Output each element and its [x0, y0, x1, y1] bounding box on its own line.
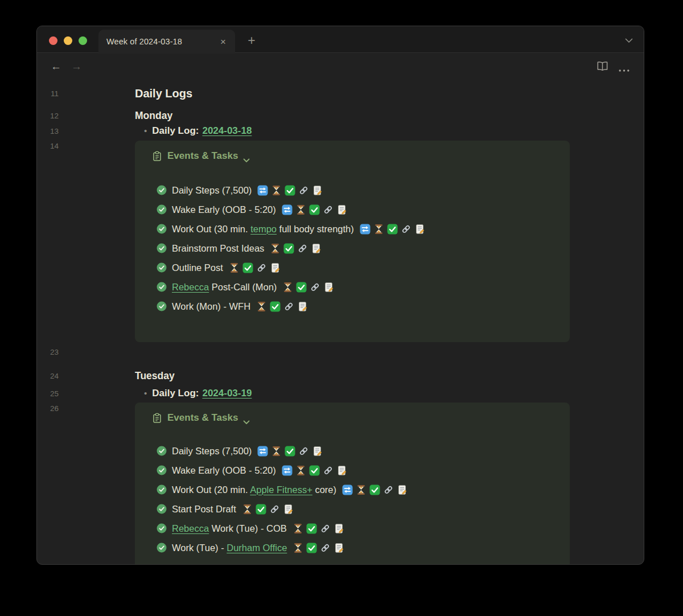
- hourglass-icon: [271, 185, 282, 196]
- list-bullet: •: [144, 126, 147, 135]
- circle-icon: [157, 224, 167, 234]
- forward-arrow-icon[interactable]: →: [71, 61, 82, 72]
- task-item: Work Out (20 min. Apple Fitness+ core): [157, 480, 561, 499]
- task-emoji-group: [257, 185, 323, 196]
- task-emoji-group: [282, 282, 334, 293]
- nav-bar: ← →: [37, 54, 644, 79]
- task-emoji-group: [342, 484, 408, 495]
- task-item: Wake Early (OOB - 5:20): [157, 461, 561, 480]
- circle-icon: [157, 185, 167, 195]
- embed-header[interactable]: Events & Tasks: [152, 150, 250, 162]
- day-heading-tuesday: Tuesday: [135, 370, 175, 382]
- check-icon: [387, 224, 398, 235]
- editor-content: 1112131423242526 Daily Logs Monday •Dail…: [37, 79, 644, 565]
- events-tasks-embed: Events & Tasks Daily Steps (7,500)Wake E…: [135, 403, 570, 565]
- link-icon: [283, 301, 294, 312]
- line-number: 13: [44, 127, 59, 135]
- task-emoji-group: [229, 262, 281, 273]
- new-tab-button[interactable]: +: [242, 32, 261, 49]
- memo-icon: [334, 523, 344, 534]
- memo-icon: [414, 224, 425, 235]
- check-icon: [309, 204, 320, 215]
- circle-icon: [157, 243, 167, 253]
- hourglass-icon: [295, 204, 306, 215]
- more-options-icon[interactable]: [618, 64, 630, 68]
- chevron-down-icon[interactable]: [243, 154, 250, 159]
- task-text: Outline Post: [172, 262, 223, 273]
- tab-bar: Week of 2024-03-18 × +: [37, 26, 644, 53]
- circle-icon: [157, 282, 167, 292]
- line-number: 25: [44, 389, 59, 398]
- circle-icon: [157, 204, 167, 215]
- hourglass-icon: [271, 446, 282, 457]
- internal-link[interactable]: Rebecca: [172, 523, 209, 533]
- reading-view-icon[interactable]: [596, 60, 609, 72]
- task-emoji-group: [256, 301, 308, 312]
- task-text: Work Out (20 min. Apple Fitness+ core): [172, 484, 336, 495]
- memo-icon: [311, 243, 322, 254]
- check-icon: [306, 543, 317, 553]
- chevron-down-icon[interactable]: [624, 36, 633, 43]
- window-close-button[interactable]: [49, 36, 57, 45]
- chevron-down-icon[interactable]: [243, 416, 250, 421]
- internal-link[interactable]: Apple Fitness+: [250, 484, 312, 495]
- memo-icon: [312, 446, 323, 457]
- internal-link[interactable]: tempo: [250, 224, 277, 234]
- tab-week-note[interactable]: Week of 2024-03-18 ×: [98, 30, 235, 54]
- embed-title: Events & Tasks: [167, 412, 238, 424]
- link-icon: [383, 484, 394, 495]
- task-text: Wake Early (OOB - 5:20): [172, 204, 276, 215]
- hourglass-icon: [270, 243, 281, 254]
- window-minimize-button[interactable]: [64, 36, 72, 45]
- window-zoom-button[interactable]: [79, 36, 87, 45]
- tab-close-icon[interactable]: ×: [218, 36, 228, 48]
- link-icon: [323, 204, 334, 215]
- daily-log-date-link[interactable]: 2024-03-18: [202, 125, 252, 136]
- daily-log-date-link[interactable]: 2024-03-19: [202, 388, 252, 399]
- task-item: Brainstorm Post Ideas: [157, 239, 561, 258]
- circle-icon: [157, 523, 167, 533]
- line-number: 11: [44, 89, 59, 98]
- hourglass-icon: [242, 504, 253, 515]
- line-number: 12: [44, 112, 59, 120]
- circle-icon: [157, 301, 167, 311]
- task-item: Daily Steps (7,500): [157, 441, 561, 461]
- repeat-icon: [282, 204, 293, 215]
- list-bullet: •: [144, 388, 147, 398]
- link-icon: [297, 243, 308, 254]
- circle-icon: [157, 484, 167, 495]
- task-item: Daily Steps (7,500): [157, 180, 561, 200]
- circle-icon: [157, 446, 167, 456]
- task-text: Rebecca Post-Call (Mon): [172, 282, 277, 293]
- embed-title: Events & Tasks: [167, 150, 238, 162]
- hourglass-icon: [356, 484, 367, 495]
- internal-link[interactable]: Durham Office: [227, 543, 287, 553]
- repeat-icon: [360, 224, 371, 235]
- hourglass-icon: [282, 282, 293, 293]
- back-arrow-icon[interactable]: ←: [51, 61, 61, 72]
- task-text: Rebecca Work (Tue) - COB: [172, 523, 287, 534]
- task-emoji-group: [360, 224, 425, 235]
- hourglass-icon: [229, 262, 240, 273]
- task-text: Work (Tue) - Durham Office: [172, 543, 287, 553]
- hourglass-icon: [293, 523, 303, 534]
- task-emoji-group: [257, 446, 323, 457]
- embed-header[interactable]: Events & Tasks: [152, 412, 250, 424]
- day-heading-monday: Monday: [135, 110, 172, 122]
- internal-link[interactable]: Rebecca: [172, 282, 209, 292]
- link-icon: [256, 262, 267, 273]
- task-item: Wake Early (OOB - 5:20): [157, 200, 561, 219]
- check-icon: [309, 465, 320, 476]
- repeat-icon: [257, 446, 268, 457]
- task-emoji-group: [282, 204, 347, 215]
- memo-icon: [336, 465, 347, 476]
- link-icon: [269, 504, 280, 515]
- circle-icon: [157, 504, 167, 514]
- link-icon: [320, 523, 331, 534]
- task-text: Start Post Draft: [172, 504, 236, 515]
- check-icon: [285, 185, 295, 196]
- clipboard-icon: [152, 151, 162, 162]
- line-number: 26: [44, 404, 59, 413]
- task-item: Rebecca Work (Tue) - COB: [157, 519, 561, 538]
- check-icon: [256, 504, 266, 515]
